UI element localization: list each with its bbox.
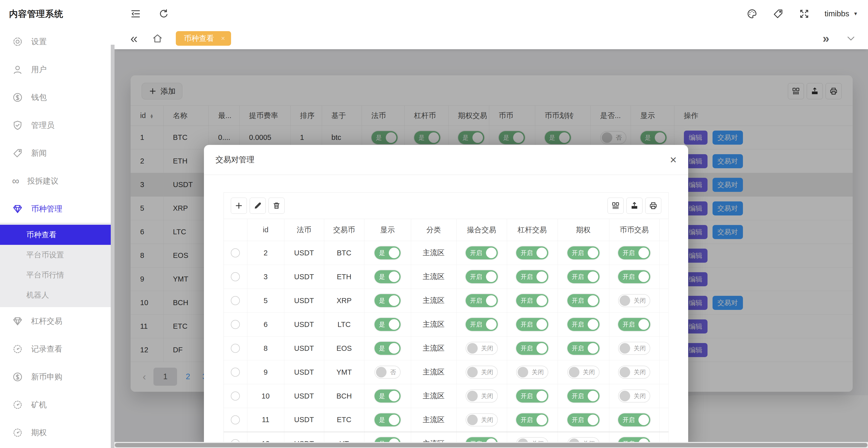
gem-icon xyxy=(12,316,23,327)
sidebar-subitem-平台币设置[interactable]: 平台币设置 xyxy=(0,245,114,265)
toggle-关闭[interactable]: 关闭 xyxy=(618,389,650,403)
trading-pair-row[interactable]: 5USDTXRP是主流区开启开启开启关闭 xyxy=(224,289,668,313)
sidebar-item-记录查看[interactable]: 记录查看 xyxy=(0,335,114,363)
sidebar-item-投拆建议[interactable]: ∞投拆建议 xyxy=(0,167,114,195)
print-icon-button[interactable] xyxy=(645,198,661,214)
trash-icon-button[interactable] xyxy=(269,198,285,214)
trading-pair-row[interactable]: 11USDTETC是主流区关闭开启开启开启 xyxy=(224,408,668,432)
sidebar-item-期权[interactable]: 期权 xyxy=(0,419,114,447)
modal-panel: id法币交易币显示分类撮合交易杠杆交易期权币币交易2USDTBTC是主流区开启开… xyxy=(223,192,669,448)
toggle-开启[interactable]: 开启 xyxy=(466,294,498,307)
toggle-是[interactable]: 是 xyxy=(374,318,401,331)
toggle-开启[interactable]: 开启 xyxy=(618,413,650,426)
trading-pair-row[interactable]: 3USDTETH是主流区开启开启开启开启 xyxy=(224,265,668,289)
tag-icon[interactable] xyxy=(772,8,784,20)
row-radio[interactable] xyxy=(231,391,240,401)
toggle-开启[interactable]: 开启 xyxy=(516,270,548,283)
toggle-否[interactable]: 否 xyxy=(374,365,401,379)
row-radio[interactable] xyxy=(231,296,240,305)
home-icon[interactable] xyxy=(152,33,163,44)
trading-pair-row[interactable]: 6USDTLTC是主流区开启开启开启开启 xyxy=(224,313,668,337)
toggle-是[interactable]: 是 xyxy=(374,389,401,403)
toggle-关闭[interactable]: 关闭 xyxy=(618,294,650,307)
fullscreen-icon[interactable] xyxy=(799,8,810,20)
toggle-是[interactable]: 是 xyxy=(374,270,401,283)
modal-column-label: 法币 xyxy=(297,226,311,234)
sidebar-item-新币申购[interactable]: 新币申购 xyxy=(0,363,114,391)
trading-pair-row[interactable]: 8USDTEOS是主流区关闭开启开启关闭 xyxy=(224,337,668,360)
category-cell: 主流区 xyxy=(411,337,456,360)
sidebar-subitem-币种查看[interactable]: 币种查看 xyxy=(0,225,114,245)
toggle-开启[interactable]: 开启 xyxy=(618,318,650,331)
trading-pair-row[interactable]: 2USDTBTC是主流区开启开启开启开启 xyxy=(224,241,668,265)
toggle-关闭[interactable]: 关闭 xyxy=(567,365,599,379)
reload-icon[interactable] xyxy=(158,8,169,20)
row-radio[interactable] xyxy=(231,320,240,329)
toggle-开启[interactable]: 开启 xyxy=(567,246,599,259)
toggle-开启[interactable]: 开启 xyxy=(516,342,548,355)
toggle-关闭[interactable]: 关闭 xyxy=(618,342,650,355)
user-menu[interactable]: timibbs ▼ xyxy=(825,9,858,18)
toggle-开启[interactable]: 开启 xyxy=(516,413,548,426)
toggle-开启[interactable]: 开启 xyxy=(567,389,599,403)
toggle-开启[interactable]: 开启 xyxy=(567,270,599,283)
toggle-是[interactable]: 是 xyxy=(374,342,401,355)
toggle-开启[interactable]: 开启 xyxy=(567,342,599,355)
toggle-关闭[interactable]: 关闭 xyxy=(466,342,498,355)
toggle-开启[interactable]: 开启 xyxy=(516,318,548,331)
sidebar-subitem-平台币行情[interactable]: 平台币行情 xyxy=(0,265,114,285)
toggle-关闭[interactable]: 关闭 xyxy=(516,365,548,379)
export-icon-button[interactable] xyxy=(626,198,643,214)
sidebar-scrollbar[interactable] xyxy=(111,45,115,448)
toggle-开启[interactable]: 开启 xyxy=(567,294,599,307)
tab-币种查看[interactable]: 币种查看× xyxy=(176,31,231,46)
menu-fold-icon[interactable] xyxy=(130,8,142,20)
horizontal-scrollbar[interactable] xyxy=(114,442,868,448)
toggle-开启[interactable]: 开启 xyxy=(567,413,599,426)
toggle-开启[interactable]: 开启 xyxy=(516,246,548,259)
sidebar-subitem-机器人[interactable]: 机器人 xyxy=(0,285,114,305)
toggle-是[interactable]: 是 xyxy=(374,294,401,307)
row-radio[interactable] xyxy=(231,415,240,424)
toggle-开启[interactable]: 开启 xyxy=(466,246,498,259)
toggle-关闭[interactable]: 关闭 xyxy=(466,365,498,379)
row-radio[interactable] xyxy=(231,367,240,377)
toggle-knob xyxy=(620,295,630,306)
double-left-icon[interactable]: « xyxy=(130,32,137,45)
toggle-是[interactable]: 是 xyxy=(374,246,401,259)
sidebar-item-钱包[interactable]: 钱包 xyxy=(0,84,114,111)
trading-pair-row[interactable]: 10USDTBCH是主流区关闭开启开启关闭 xyxy=(224,384,668,408)
pencil-icon-button[interactable] xyxy=(250,198,266,214)
toggle-开启[interactable]: 开启 xyxy=(466,270,498,283)
sidebar-item-币种管理[interactable]: 币种管理 xyxy=(0,195,114,223)
toggle-关闭[interactable]: 关闭 xyxy=(618,365,650,379)
plus-icon-button[interactable] xyxy=(231,198,247,214)
double-right-icon[interactable]: » xyxy=(823,32,829,44)
toggle-开启[interactable]: 开启 xyxy=(516,389,548,403)
sidebar-item-管理员[interactable]: 管理员 xyxy=(0,111,114,139)
sidebar-item-用户[interactable]: 用户 xyxy=(0,56,114,84)
toggle-开启[interactable]: 开启 xyxy=(618,270,650,283)
toggle-关闭[interactable]: 关闭 xyxy=(466,413,498,426)
toggle-开启[interactable]: 开启 xyxy=(516,294,548,307)
chevron-down-icon[interactable] xyxy=(845,33,857,44)
toggle-开启[interactable]: 开启 xyxy=(618,246,650,259)
row-radio[interactable] xyxy=(231,344,240,353)
sidebar-item-杠杆交易[interactable]: 杠杆交易 xyxy=(0,307,114,335)
close-icon[interactable]: × xyxy=(670,154,677,165)
sidebar-item-矿机[interactable]: 矿机 xyxy=(0,391,114,419)
palette-icon[interactable] xyxy=(746,8,758,20)
trading-pair-row[interactable]: 9USDTYMT否主流区关闭关闭关闭关闭 xyxy=(224,360,668,384)
sidebar-item-新闻[interactable]: 新闻 xyxy=(0,139,114,167)
toggle-关闭[interactable]: 关闭 xyxy=(466,389,498,403)
row-radio[interactable] xyxy=(231,272,240,281)
row-radio[interactable] xyxy=(231,248,240,257)
toggle-开启[interactable]: 开启 xyxy=(567,318,599,331)
columns-icon-button[interactable] xyxy=(608,198,624,214)
toggle-开启[interactable]: 开启 xyxy=(466,318,498,331)
sidebar-item-设置[interactable]: 设置 xyxy=(0,28,114,56)
scrollbar-thumb[interactable] xyxy=(115,443,868,447)
toggle-是[interactable]: 是 xyxy=(374,413,401,426)
tab-close-icon[interactable]: × xyxy=(221,35,225,42)
toggle-knob xyxy=(486,295,497,306)
